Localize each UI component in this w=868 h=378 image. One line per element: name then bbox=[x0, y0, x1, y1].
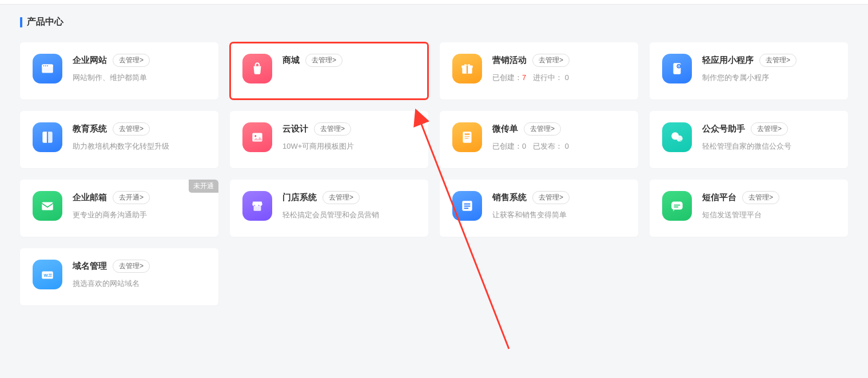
manage-button[interactable]: 去管理> bbox=[524, 122, 561, 136]
image-icon bbox=[242, 122, 272, 152]
product-card-edu[interactable]: 教育系统去管理>助力教培机构数字化转型升级 bbox=[20, 111, 218, 168]
product-card-sales[interactable]: 销售系统去管理>让获客和销售变得简单 bbox=[440, 180, 638, 237]
card-title: 云设计 bbox=[282, 124, 308, 134]
card-desc: 网站制作、维护都简单 bbox=[73, 73, 206, 83]
product-card-marketing[interactable]: 营销活动去管理>已创建：7进行中： 0 bbox=[440, 42, 638, 100]
manage-button[interactable]: 去管理> bbox=[532, 54, 570, 67]
card-title: 企业网站 bbox=[73, 55, 107, 66]
card-desc: 让获客和销售变得简单 bbox=[492, 210, 626, 220]
product-card-flyer[interactable]: 微传单去管理>已创建：0已发布： 0 bbox=[440, 111, 638, 168]
product-card-sms[interactable]: 短信平台去管理>短信发送管理平台 bbox=[650, 180, 848, 237]
product-card-design[interactable]: 云设计去管理>10W+可商用模板图片 bbox=[230, 111, 428, 168]
card-title: 企业邮箱 bbox=[73, 192, 107, 203]
card-desc: 制作您的专属小程序 bbox=[702, 73, 835, 83]
product-center-container: 产品中心 企业网站去管理>网站制作、维护都简单商城去管理>营销活动去管理>已创建… bbox=[0, 5, 868, 317]
card-title: 微传单 bbox=[492, 124, 518, 134]
list-icon bbox=[452, 191, 482, 221]
product-card-miniapp[interactable]: 轻应用小程序去管理>制作您的专属小程序 bbox=[650, 42, 848, 100]
unopened-badge: 未开通 bbox=[189, 180, 218, 193]
manage-button[interactable]: 去管理> bbox=[759, 54, 797, 67]
manage-button[interactable]: 去管理> bbox=[113, 122, 150, 136]
manage-button[interactable]: 去管理> bbox=[305, 54, 343, 67]
card-stats: 已创建：0已发布： 0 bbox=[492, 141, 626, 152]
product-card-wechat[interactable]: 公众号助手去管理>轻松管理自家的微信公众号 bbox=[650, 111, 848, 168]
mail-icon bbox=[33, 191, 62, 221]
manage-button[interactable]: 去管理> bbox=[314, 122, 351, 136]
card-title: 商城 bbox=[282, 55, 300, 66]
product-card-email[interactable]: 企业邮箱去开通>更专业的商务沟通助手未开通 bbox=[20, 180, 218, 237]
product-card-domain[interactable]: 域名管理去管理>挑选喜欢的网站域名 bbox=[20, 248, 218, 305]
chat-icon bbox=[662, 191, 692, 221]
card-desc: 短信发送管理平台 bbox=[702, 210, 835, 220]
product-grid: 企业网站去管理>网站制作、维护都简单商城去管理>营销活动去管理>已创建：7进行中… bbox=[20, 42, 848, 305]
gift-icon bbox=[452, 54, 482, 83]
card-title: 轻应用小程序 bbox=[702, 55, 754, 66]
manage-button[interactable]: 去管理> bbox=[742, 191, 779, 204]
store-icon bbox=[242, 191, 272, 221]
flyer-icon bbox=[452, 122, 482, 152]
card-desc: 轻松搞定会员管理和会员营销 bbox=[282, 210, 416, 220]
card-title: 域名管理 bbox=[73, 261, 107, 272]
product-card-mall[interactable]: 商城去管理> bbox=[230, 42, 428, 100]
window-icon bbox=[33, 54, 62, 83]
book-icon bbox=[33, 122, 62, 152]
card-desc: 轻松管理自家的微信公众号 bbox=[702, 141, 835, 152]
card-title: 短信平台 bbox=[702, 192, 736, 203]
domain-icon bbox=[33, 260, 62, 289]
wechat-icon bbox=[662, 122, 692, 152]
card-desc: 10W+可商用模板图片 bbox=[282, 141, 416, 152]
card-title: 销售系统 bbox=[492, 192, 527, 203]
manage-button[interactable]: 去管理> bbox=[113, 260, 150, 273]
manage-button[interactable]: 去管理> bbox=[532, 191, 570, 204]
card-desc: 挑选喜欢的网站域名 bbox=[73, 278, 206, 289]
miniapp-icon bbox=[662, 54, 692, 83]
product-card-shop[interactable]: 门店系统去管理>轻松搞定会员管理和会员营销 bbox=[230, 180, 428, 237]
product-card-site[interactable]: 企业网站去管理>网站制作、维护都简单 bbox=[20, 42, 218, 100]
section-title: 产品中心 bbox=[20, 16, 848, 28]
card-title: 公众号助手 bbox=[702, 124, 745, 134]
card-desc: 更专业的商务沟通助手 bbox=[73, 210, 206, 220]
manage-button[interactable]: 去管理> bbox=[113, 54, 150, 67]
bag-icon bbox=[242, 54, 272, 83]
card-desc: 助力教培机构数字化转型升级 bbox=[73, 141, 206, 152]
manage-button[interactable]: 去管理> bbox=[322, 191, 360, 204]
card-title: 营销活动 bbox=[492, 55, 527, 66]
manage-button[interactable]: 去管理> bbox=[751, 122, 788, 136]
card-title: 门店系统 bbox=[282, 192, 317, 203]
open-button[interactable]: 去开通> bbox=[113, 191, 150, 204]
card-stats: 已创建：7进行中： 0 bbox=[492, 73, 626, 83]
top-divider bbox=[0, 0, 868, 5]
card-title: 教育系统 bbox=[73, 124, 107, 134]
